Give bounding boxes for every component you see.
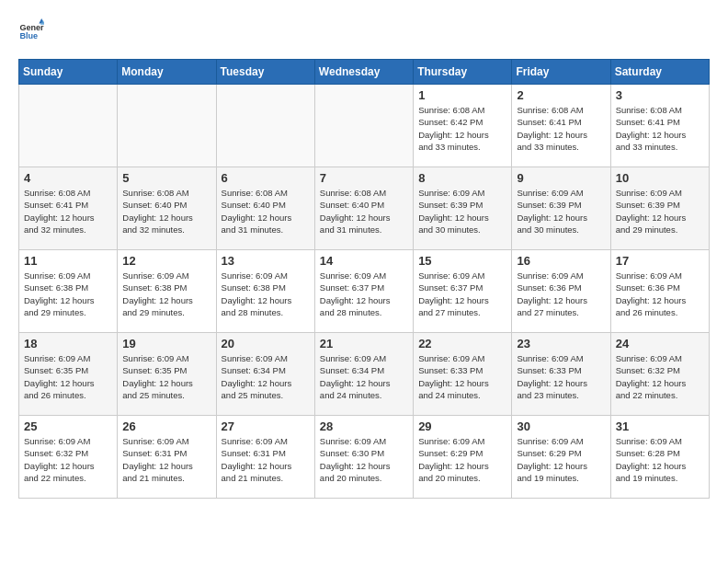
calendar-table: SundayMondayTuesdayWednesdayThursdayFrid… [18, 59, 710, 499]
day-info: Sunrise: 6:09 AM Sunset: 6:31 PM Dayligh… [222, 435, 310, 484]
day-info: Sunrise: 6:09 AM Sunset: 6:39 PM Dayligh… [616, 187, 704, 236]
day-number: 10 [616, 171, 704, 185]
weekday-header-cell: Thursday [414, 60, 512, 85]
day-number: 25 [24, 419, 112, 433]
day-info: Sunrise: 6:08 AM Sunset: 6:40 PM Dayligh… [222, 187, 310, 236]
calendar-day-cell: 25Sunrise: 6:09 AM Sunset: 6:32 PM Dayli… [19, 416, 118, 499]
calendar-week-row: 11Sunrise: 6:09 AM Sunset: 6:38 PM Dayli… [19, 250, 710, 333]
day-number: 22 [418, 337, 506, 350]
weekday-header-cell: Wednesday [314, 60, 413, 85]
day-number: 4 [24, 171, 112, 185]
day-number: 2 [517, 88, 605, 102]
calendar-day-cell: 13Sunrise: 6:09 AM Sunset: 6:38 PM Dayli… [216, 250, 314, 333]
calendar-day-cell: 10Sunrise: 6:09 AM Sunset: 6:39 PM Dayli… [610, 167, 709, 250]
day-number: 26 [122, 419, 210, 433]
day-info: Sunrise: 6:09 AM Sunset: 6:33 PM Dayligh… [418, 352, 506, 401]
day-info: Sunrise: 6:08 AM Sunset: 6:41 PM Dayligh… [24, 187, 112, 236]
day-info: Sunrise: 6:09 AM Sunset: 6:34 PM Dayligh… [222, 352, 310, 401]
day-info: Sunrise: 6:09 AM Sunset: 6:29 PM Dayligh… [418, 435, 506, 484]
logo: General Blue [18, 18, 48, 44]
weekday-header-cell: Sunday [19, 60, 118, 85]
day-number: 24 [616, 337, 704, 350]
calendar-week-row: 1Sunrise: 6:08 AM Sunset: 6:42 PM Daylig… [19, 85, 710, 167]
day-number: 14 [320, 254, 408, 268]
weekday-header-cell: Saturday [610, 60, 709, 85]
calendar-day-cell [19, 85, 118, 167]
day-number: 1 [418, 88, 506, 102]
calendar-day-cell: 3Sunrise: 6:08 AM Sunset: 6:41 PM Daylig… [610, 85, 709, 167]
calendar-day-cell: 2Sunrise: 6:08 AM Sunset: 6:41 PM Daylig… [512, 85, 610, 167]
day-info: Sunrise: 6:09 AM Sunset: 6:38 PM Dayligh… [24, 270, 112, 318]
weekday-header-cell: Friday [512, 60, 610, 85]
svg-text:Blue: Blue [19, 31, 38, 40]
svg-text:General: General [19, 23, 44, 32]
day-number: 5 [122, 171, 210, 185]
day-number: 8 [418, 171, 506, 185]
calendar-day-cell: 17Sunrise: 6:09 AM Sunset: 6:36 PM Dayli… [610, 250, 709, 333]
day-info: Sunrise: 6:09 AM Sunset: 6:35 PM Dayligh… [24, 352, 112, 401]
calendar-day-cell: 21Sunrise: 6:09 AM Sunset: 6:34 PM Dayli… [314, 333, 413, 416]
calendar-day-cell: 16Sunrise: 6:09 AM Sunset: 6:36 PM Dayli… [512, 250, 610, 333]
day-number: 16 [517, 254, 605, 268]
day-info: Sunrise: 6:08 AM Sunset: 6:42 PM Dayligh… [418, 104, 506, 153]
day-number: 23 [517, 337, 605, 350]
day-number: 17 [616, 254, 704, 268]
calendar-day-cell: 27Sunrise: 6:09 AM Sunset: 6:31 PM Dayli… [216, 416, 314, 499]
calendar-day-cell: 5Sunrise: 6:08 AM Sunset: 6:40 PM Daylig… [118, 167, 216, 250]
calendar-body: 1Sunrise: 6:08 AM Sunset: 6:42 PM Daylig… [19, 85, 710, 499]
calendar-day-cell: 1Sunrise: 6:08 AM Sunset: 6:42 PM Daylig… [414, 85, 512, 167]
day-info: Sunrise: 6:09 AM Sunset: 6:34 PM Dayligh… [320, 352, 408, 401]
day-info: Sunrise: 6:09 AM Sunset: 6:39 PM Dayligh… [418, 187, 506, 236]
calendar-week-row: 25Sunrise: 6:09 AM Sunset: 6:32 PM Dayli… [19, 416, 710, 499]
day-number: 11 [24, 254, 112, 268]
page-header: General Blue [18, 18, 710, 44]
day-info: Sunrise: 6:09 AM Sunset: 6:39 PM Dayligh… [517, 187, 605, 236]
day-number: 27 [222, 419, 310, 433]
calendar-day-cell: 15Sunrise: 6:09 AM Sunset: 6:37 PM Dayli… [414, 250, 512, 333]
day-number: 21 [320, 337, 408, 350]
day-number: 20 [222, 337, 310, 350]
day-number: 31 [616, 419, 704, 433]
weekday-header-row: SundayMondayTuesdayWednesdayThursdayFrid… [19, 60, 710, 85]
day-info: Sunrise: 6:08 AM Sunset: 6:41 PM Dayligh… [616, 104, 704, 153]
weekday-header-cell: Tuesday [216, 60, 314, 85]
day-info: Sunrise: 6:09 AM Sunset: 6:28 PM Dayligh… [616, 435, 704, 484]
day-number: 18 [24, 337, 112, 350]
day-number: 7 [320, 171, 408, 185]
day-info: Sunrise: 6:09 AM Sunset: 6:38 PM Dayligh… [222, 270, 310, 318]
day-info: Sunrise: 6:09 AM Sunset: 6:35 PM Dayligh… [122, 352, 210, 401]
day-number: 13 [222, 254, 310, 268]
calendar-day-cell: 4Sunrise: 6:08 AM Sunset: 6:41 PM Daylig… [19, 167, 118, 250]
day-info: Sunrise: 6:09 AM Sunset: 6:29 PM Dayligh… [517, 435, 605, 484]
calendar-day-cell: 22Sunrise: 6:09 AM Sunset: 6:33 PM Dayli… [414, 333, 512, 416]
day-info: Sunrise: 6:09 AM Sunset: 6:31 PM Dayligh… [122, 435, 210, 484]
calendar-day-cell: 23Sunrise: 6:09 AM Sunset: 6:33 PM Dayli… [512, 333, 610, 416]
calendar-day-cell: 20Sunrise: 6:09 AM Sunset: 6:34 PM Dayli… [216, 333, 314, 416]
day-number: 15 [418, 254, 506, 268]
calendar-day-cell: 29Sunrise: 6:09 AM Sunset: 6:29 PM Dayli… [414, 416, 512, 499]
calendar-week-row: 4Sunrise: 6:08 AM Sunset: 6:41 PM Daylig… [19, 167, 710, 250]
day-info: Sunrise: 6:09 AM Sunset: 6:37 PM Dayligh… [418, 270, 506, 318]
day-number: 9 [517, 171, 605, 185]
day-number: 29 [418, 419, 506, 433]
calendar-day-cell: 18Sunrise: 6:09 AM Sunset: 6:35 PM Dayli… [19, 333, 118, 416]
day-info: Sunrise: 6:08 AM Sunset: 6:41 PM Dayligh… [517, 104, 605, 153]
day-number: 3 [616, 88, 704, 102]
calendar-day-cell: 12Sunrise: 6:09 AM Sunset: 6:38 PM Dayli… [118, 250, 216, 333]
day-info: Sunrise: 6:08 AM Sunset: 6:40 PM Dayligh… [320, 187, 408, 236]
day-info: Sunrise: 6:08 AM Sunset: 6:40 PM Dayligh… [122, 187, 210, 236]
calendar-day-cell: 26Sunrise: 6:09 AM Sunset: 6:31 PM Dayli… [118, 416, 216, 499]
calendar-day-cell: 14Sunrise: 6:09 AM Sunset: 6:37 PM Dayli… [314, 250, 413, 333]
day-number: 6 [222, 171, 310, 185]
day-info: Sunrise: 6:09 AM Sunset: 6:36 PM Dayligh… [517, 270, 605, 318]
day-number: 19 [122, 337, 210, 350]
day-info: Sunrise: 6:09 AM Sunset: 6:32 PM Dayligh… [24, 435, 112, 484]
day-number: 28 [320, 419, 408, 433]
day-number: 12 [122, 254, 210, 268]
day-info: Sunrise: 6:09 AM Sunset: 6:38 PM Dayligh… [122, 270, 210, 318]
calendar-day-cell: 8Sunrise: 6:09 AM Sunset: 6:39 PM Daylig… [414, 167, 512, 250]
calendar-day-cell: 11Sunrise: 6:09 AM Sunset: 6:38 PM Dayli… [19, 250, 118, 333]
calendar-week-row: 18Sunrise: 6:09 AM Sunset: 6:35 PM Dayli… [19, 333, 710, 416]
logo-icon: General Blue [18, 18, 44, 44]
calendar-day-cell [118, 85, 216, 167]
